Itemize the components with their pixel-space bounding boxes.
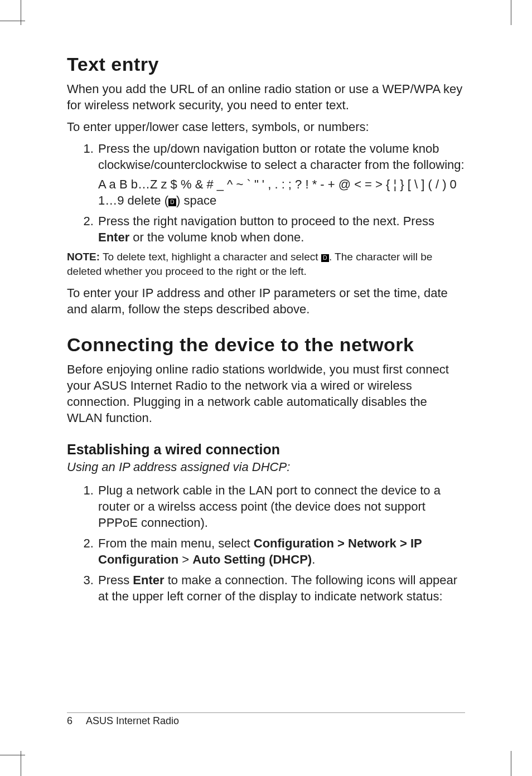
note-text-a: To delete text, highlight a character an… bbox=[100, 251, 321, 263]
list-text: . bbox=[312, 552, 315, 566]
list-item: Press Enter to make a connection. The fo… bbox=[97, 572, 465, 604]
delete-icon: D bbox=[321, 254, 329, 262]
list-text: From the main menu, select bbox=[98, 536, 254, 550]
list-item: From the main menu, select Configuration… bbox=[97, 535, 465, 568]
note-paragraph: NOTE: To delete text, highlight a charac… bbox=[67, 250, 465, 278]
note-label: NOTE: bbox=[67, 251, 100, 263]
paragraph: Before enjoying online radio stations wo… bbox=[67, 361, 465, 426]
enter-label: Enter bbox=[133, 573, 164, 587]
subheading-wired: Establishing a wired connection bbox=[67, 442, 465, 458]
ordered-list: Plug a network cable in the LAN port to … bbox=[67, 482, 465, 604]
subheading-dhcp: Using an IP address assigned via DHCP: bbox=[67, 460, 465, 474]
footer-title: ASUS Internet Radio bbox=[86, 715, 179, 726]
menu-path: Auto Setting (DHCP) bbox=[192, 552, 312, 566]
paragraph: To enter upper/lower case letters, symbo… bbox=[67, 119, 465, 135]
char-text-after: ) space bbox=[176, 193, 216, 207]
enter-label: Enter bbox=[98, 230, 129, 244]
page-footer: 6 ASUS Internet Radio bbox=[67, 712, 465, 727]
char-list: A a B b…Z z $ % & # _ ^ ~ ` " ' , . : ; … bbox=[98, 176, 465, 208]
list-item: Press the right navigation button to pro… bbox=[97, 213, 465, 245]
list-item: Plug a network cable in the LAN port to … bbox=[97, 482, 465, 531]
delete-icon: D bbox=[168, 198, 176, 206]
list-text: Press the right navigation button to pro… bbox=[98, 214, 434, 228]
paragraph: When you add the URL of an online radio … bbox=[67, 81, 465, 113]
list-item: Press the up/down navigation button or r… bbox=[97, 140, 465, 208]
list-text: Press the up/down navigation button or r… bbox=[98, 142, 465, 172]
paragraph: To enter your IP address and other IP pa… bbox=[67, 285, 465, 317]
list-text-after: or the volume knob when done. bbox=[129, 230, 304, 244]
page-number: 6 bbox=[67, 715, 84, 727]
ordered-list: Press the up/down navigation button or r… bbox=[67, 140, 465, 245]
char-text: A a B b…Z z $ % & # _ ^ ~ ` " ' , . : ; … bbox=[98, 177, 457, 207]
list-text: Press bbox=[98, 573, 133, 587]
heading-connecting: Connecting the device to the network bbox=[67, 334, 465, 356]
list-text: > bbox=[178, 552, 192, 566]
heading-text-entry: Text entry bbox=[67, 54, 465, 75]
